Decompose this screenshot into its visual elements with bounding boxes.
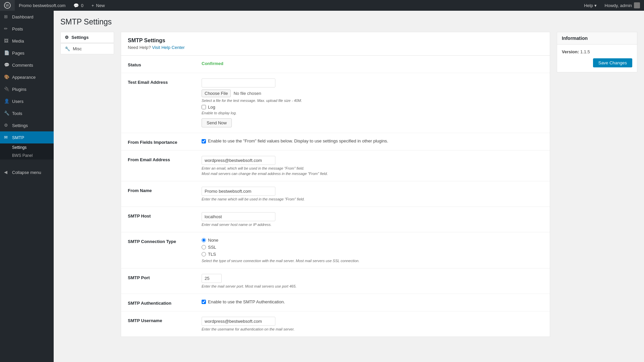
posts-icon: ✏ — [4, 26, 9, 32]
save-changes-button[interactable]: Save Changes — [593, 58, 632, 67]
smtp-connection-type-field: None SSL TLS — [202, 238, 543, 263]
version-value: 1.1.5 — [580, 49, 590, 54]
sidebar-label-media: Media — [12, 39, 24, 44]
sub-nav-misc[interactable]: 🔧 Misc — [60, 43, 114, 54]
log-hint: Enable to display log. — [202, 111, 543, 115]
info-card-header: Information — [557, 32, 637, 45]
connection-type-radio-group: None SSL TLS — [202, 238, 543, 257]
sidebar-item-pages[interactable]: 📄 Pages — [0, 47, 54, 59]
smtp-username-field: Enter the username for authentication on… — [202, 317, 543, 331]
smtp-host-input[interactable] — [202, 212, 275, 221]
sidebar-item-appearance[interactable]: 🎨 Appearance — [0, 71, 54, 83]
test-email-label: Test Email Address — [128, 78, 202, 85]
from-name-row: From Name Enter the name which will be u… — [121, 181, 550, 207]
from-fields-checkbox[interactable] — [202, 139, 206, 143]
radio-ssl: SSL — [202, 245, 543, 250]
status-field: Confirmed — [202, 61, 543, 66]
sidebar-label-comments: Comments — [12, 63, 33, 68]
main-content: SMTP Settings ⚙ Settings 🔧 Misc SMTP Set… — [54, 11, 644, 362]
smtp-connection-type-row: SMTP Connection Type None SSL — [121, 232, 550, 268]
settings-card: SMTP Settings Need Help? Visit Help Cent… — [121, 32, 550, 337]
media-icon: 🖼 — [4, 38, 9, 44]
sidebar-sub-settings[interactable]: Settings — [0, 143, 54, 152]
smtp-host-row: SMTP Host Enter mail server host name or… — [121, 207, 550, 232]
sidebar-label-tools: Tools — [12, 111, 22, 116]
collapse-icon: ◀ — [4, 170, 9, 175]
send-now-button[interactable]: Send Now — [202, 118, 232, 127]
svg-text:W: W — [6, 4, 9, 7]
smtp-auth-label: SMTP Authentication — [128, 299, 202, 306]
from-email-input[interactable] — [202, 156, 275, 165]
smtp-connection-hint: Select the type of secure connection wit… — [202, 259, 543, 263]
sidebar-item-comments[interactable]: 💬 Comments — [0, 59, 54, 71]
sidebar-item-plugins[interactable]: 🔌 Plugins — [0, 83, 54, 95]
radio-ssl-input[interactable] — [202, 245, 206, 249]
comments-icon: 💬 — [4, 62, 9, 68]
dashboard-icon: ⊞ — [4, 14, 9, 19]
sidebar-label-users: Users — [12, 99, 23, 104]
plus-icon: + — [92, 3, 94, 8]
comments-bar-item[interactable]: 💬 0 — [69, 0, 87, 11]
sidebar-item-tools[interactable]: 🔧 Tools — [0, 107, 54, 119]
sidebar-label-dashboard: Dashboard — [12, 14, 34, 19]
comments-count: 0 — [81, 3, 83, 8]
collapse-menu-item[interactable]: ◀ Collapse menu — [0, 166, 54, 178]
from-email-hint2: Most mail servers can change the email a… — [202, 172, 543, 176]
smtp-auth-checkbox[interactable] — [202, 300, 206, 304]
pages-icon: 📄 — [4, 50, 9, 56]
appearance-icon: 🎨 — [4, 74, 9, 80]
smtp-port-input[interactable] — [202, 274, 222, 283]
sidebar-label-appearance: Appearance — [12, 75, 36, 80]
howdy-text: Howdy, admin — [601, 2, 644, 8]
smtp-icon: ✉ — [4, 135, 9, 140]
from-fields-hint: Enable to use the "From" field values be… — [208, 138, 388, 143]
file-hint: Select a file for the test message. Max.… — [202, 99, 543, 103]
log-label: Log — [208, 105, 215, 110]
radio-tls-input[interactable] — [202, 252, 206, 256]
sidebar-item-posts[interactable]: ✏ Posts — [0, 23, 54, 35]
card-title: SMTP Settings — [128, 38, 543, 44]
from-email-row: From Email Address Enter an email, which… — [121, 150, 550, 181]
sidebar-item-settings[interactable]: ⚙ Settings — [0, 119, 54, 131]
smtp-username-label: SMTP Username — [128, 317, 202, 323]
sidebar-label-pages: Pages — [12, 51, 24, 56]
sub-nav-settings[interactable]: ⚙ Settings — [60, 32, 114, 43]
log-row: Log — [202, 105, 543, 110]
from-name-input[interactable] — [202, 187, 275, 196]
smtp-username-row: SMTP Username Enter the username for aut… — [121, 311, 550, 337]
smtp-port-row: SMTP Port Enter the mail server port. Mo… — [121, 268, 550, 294]
site-name: Promo bestwebsoft.com — [19, 3, 65, 8]
tools-icon: 🔧 — [4, 111, 9, 116]
status-value: Confirmed — [202, 61, 223, 66]
radio-none-label: None — [208, 238, 218, 243]
from-email-field: Enter an email, which will be used in th… — [202, 156, 543, 176]
site-name-bar-item[interactable]: Promo bestwebsoft.com — [15, 0, 69, 11]
radio-ssl-label: SSL — [208, 245, 216, 250]
visit-help-center-link[interactable]: Visit Help Center — [152, 45, 184, 50]
radio-none-input[interactable] — [202, 238, 206, 242]
radio-tls: TLS — [202, 252, 543, 257]
smtp-host-hint: Enter mail server host name or IP addres… — [202, 223, 543, 227]
sidebar-item-users[interactable]: 👤 Users — [0, 95, 54, 107]
collapse-label: Collapse menu — [12, 170, 41, 175]
sidebar-label-smtp: SMTP — [12, 135, 24, 140]
wp-logo-bar-item[interactable]: W — [0, 0, 15, 11]
sidebar-sub-bwspanel[interactable]: BWS Panel — [0, 152, 54, 160]
sidebar-item-media[interactable]: 🖼 Media — [0, 35, 54, 47]
test-email-field: Choose File No file chosen Select a file… — [202, 78, 543, 127]
from-name-field: Enter the name which will be used in the… — [202, 187, 543, 201]
no-file-text: No file chosen — [233, 91, 261, 96]
sidebar-label-posts: Posts — [12, 26, 23, 32]
smtp-host-label: SMTP Host — [128, 212, 202, 219]
log-checkbox[interactable] — [202, 105, 206, 109]
choose-file-button[interactable]: Choose File — [202, 89, 231, 97]
sidebar-item-dashboard[interactable]: ⊞ Dashboard — [0, 11, 54, 23]
sidebar-item-smtp[interactable]: ✉ SMTP — [0, 131, 54, 143]
help-bar-item[interactable]: Help ▾ — [580, 0, 600, 11]
test-email-input[interactable] — [202, 78, 275, 87]
new-bar-item[interactable]: + New — [88, 0, 109, 11]
smtp-port-hint: Enter the mail server port. Most mail se… — [202, 284, 543, 288]
plugins-icon: 🔌 — [4, 86, 9, 92]
smtp-auth-hint: Enable to use the SMTP Authentication. — [208, 299, 285, 304]
smtp-username-input[interactable] — [202, 317, 275, 326]
